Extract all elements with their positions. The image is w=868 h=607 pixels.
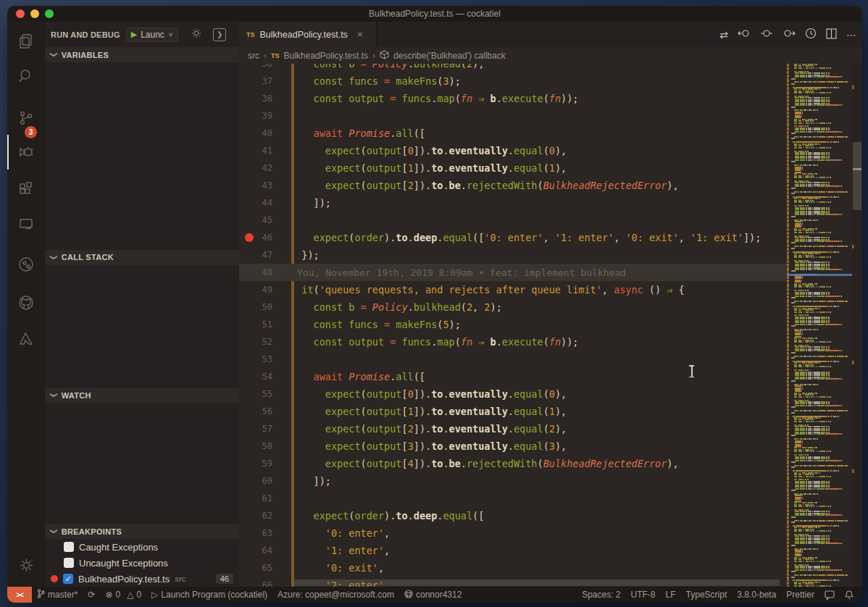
- line-number[interactable]: 36: [239, 64, 284, 69]
- watch-section-header[interactable]: ❯ WATCH: [45, 388, 239, 403]
- line-number[interactable]: 63: [239, 528, 284, 538]
- line-number[interactable]: 45: [239, 215, 284, 225]
- problems-item[interactable]: ⊗0 △0: [100, 590, 146, 600]
- remote-indicator[interactable]: ><: [7, 587, 32, 603]
- code-line-row[interactable]: 52 const output = funcs.map(fn ⇒ b.execu…: [239, 333, 787, 351]
- breakpoint-caught-exceptions[interactable]: Caught Exceptions: [45, 539, 239, 555]
- checkbox-unchecked[interactable]: [64, 558, 74, 568]
- line-number[interactable]: 54: [239, 372, 284, 382]
- line-number[interactable]: 56: [239, 406, 284, 416]
- tab-bulkheadpolicy[interactable]: TS BulkheadPolicy.test.ts ×: [239, 22, 377, 47]
- code-area[interactable]: 36 const b = Policy.bulkhead(2);37 const…: [239, 64, 787, 587]
- next-change-icon[interactable]: [783, 28, 796, 41]
- settings-gear-icon[interactable]: [16, 555, 36, 575]
- variables-section-header[interactable]: ❯ VARIABLES: [45, 47, 239, 62]
- code-line-row[interactable]: 55 expect(output[0]).to.eventually.equal…: [239, 385, 787, 403]
- line-number[interactable]: 59: [239, 459, 284, 469]
- launch-config-dropdown[interactable]: ▶ Launc ∨: [126, 28, 179, 42]
- code-line-row[interactable]: 48You, November 19th, 2019 8:09am • feat…: [239, 264, 787, 281]
- more-actions-icon[interactable]: ⋯: [846, 29, 856, 41]
- extensions-icon[interactable]: [16, 180, 36, 200]
- vertical-scrollbar[interactable]: [852, 64, 862, 587]
- code-line-row[interactable]: 58 expect(output[3]).to.eventually.equal…: [239, 438, 787, 455]
- line-number[interactable]: 49: [239, 285, 284, 295]
- code-line-row[interactable]: 56 expect(output[1]).to.eventually.equal…: [239, 403, 787, 420]
- github-account-item[interactable]: connor4312: [399, 590, 467, 600]
- line-number[interactable]: 57: [239, 424, 284, 434]
- code-line-row[interactable]: 51 const funcs = makeFns(5);: [239, 316, 787, 333]
- code-line-row[interactable]: 40 await Promise.all([: [239, 125, 787, 142]
- live-share-icon[interactable]: [16, 254, 36, 275]
- line-number[interactable]: 40: [239, 128, 284, 138]
- github-icon[interactable]: [16, 293, 36, 313]
- code-line-row[interactable]: 62 expect(order).to.deep.equal([: [239, 507, 787, 524]
- azure-account-item[interactable]: Azure: copeet@microsoft.com: [272, 590, 399, 600]
- code-line-row[interactable]: 63 '0: enter',: [239, 524, 787, 542]
- line-number[interactable]: 55: [239, 389, 284, 399]
- line-number[interactable]: 37: [239, 76, 284, 86]
- line-number[interactable]: 38: [239, 93, 284, 104]
- checkbox-unchecked[interactable]: [64, 542, 74, 552]
- code-line-row[interactable]: 61: [239, 490, 787, 507]
- code-line-row[interactable]: 65 '0: exit',: [239, 559, 787, 577]
- call-stack-section-header[interactable]: ❯ CALL STACK: [45, 250, 239, 265]
- code-line-row[interactable]: 37 const funcs = makeFns(3);: [239, 72, 787, 90]
- launch-item[interactable]: ▷ Launch Program (cockatiel): [146, 590, 272, 600]
- source-control-icon[interactable]: [16, 108, 36, 128]
- line-number[interactable]: 58: [239, 441, 284, 451]
- code-line-row[interactable]: 50 const b = Policy.bulkhead(2, 2);: [239, 298, 787, 316]
- code-line-row[interactable]: 45: [239, 212, 787, 229]
- file-history-icon[interactable]: [805, 28, 817, 41]
- branch-item[interactable]: master*: [32, 589, 83, 600]
- line-number[interactable]: 44: [239, 198, 284, 208]
- breakpoint-file-entry[interactable]: ✓ BulkheadPolicy.test.ts src 46: [45, 571, 239, 587]
- breadcrumb-symbol[interactable]: describe('Bulkhead') callback: [393, 51, 506, 61]
- code-line-row[interactable]: 39: [239, 107, 787, 125]
- code-line-row[interactable]: 53: [239, 351, 787, 368]
- line-number[interactable]: 41: [239, 146, 284, 156]
- bell-icon[interactable]: [840, 590, 862, 600]
- line-number[interactable]: 64: [239, 545, 284, 556]
- code-line-row[interactable]: 47 });: [239, 246, 787, 264]
- remote-explorer-icon[interactable]: [16, 214, 36, 235]
- debug-settings-gear-icon[interactable]: [190, 27, 203, 42]
- language-item[interactable]: TypeScript: [681, 590, 733, 600]
- sync-icon[interactable]: ⟳: [83, 590, 100, 600]
- line-number[interactable]: 47: [239, 250, 284, 260]
- line-number[interactable]: 48: [239, 267, 284, 277]
- indentation-item[interactable]: Spaces: 2: [577, 590, 625, 600]
- breadcrumb-root[interactable]: src: [248, 51, 259, 61]
- code-line-row[interactable]: 54 await Promise.all([: [239, 368, 787, 385]
- encoding-item[interactable]: UTF-8: [626, 590, 661, 600]
- feedback-icon[interactable]: [819, 590, 840, 600]
- tab-close-icon[interactable]: ×: [357, 29, 363, 40]
- breadcrumb-file[interactable]: BulkheadPolicy.test.ts: [284, 51, 369, 61]
- code-line-row[interactable]: 57 expect(output[2]).to.eventually.equal…: [239, 420, 787, 438]
- line-number[interactable]: 51: [239, 319, 284, 330]
- line-number[interactable]: 60: [239, 476, 284, 486]
- split-editor-icon[interactable]: [826, 28, 837, 41]
- line-number[interactable]: 43: [239, 180, 284, 191]
- eol-item[interactable]: LF: [661, 590, 681, 600]
- line-number[interactable]: 42: [239, 163, 284, 173]
- search-icon[interactable]: [16, 66, 36, 86]
- code-line-row[interactable]: 59 expect(output[4]).to.be.rejectedWith(…: [239, 455, 787, 472]
- line-number[interactable]: 52: [239, 337, 284, 347]
- start-debug-icon[interactable]: ▶: [131, 30, 137, 39]
- version-item[interactable]: 3.8.0-beta: [732, 590, 781, 600]
- azure-icon[interactable]: [16, 329, 36, 349]
- breakpoints-section-header[interactable]: ❯ BREAKPOINTS: [45, 524, 239, 539]
- code-line-row[interactable]: 38 const output = funcs.map(fn ⇒ b.execu…: [239, 90, 787, 107]
- code-line-row[interactable]: 43 expect(output[2]).to.be.rejectedWith(…: [239, 177, 787, 194]
- line-number[interactable]: 39: [239, 111, 284, 121]
- checkbox-checked[interactable]: ✓: [63, 574, 73, 584]
- code-line-row[interactable]: 64 '1: enter',: [239, 542, 787, 559]
- line-number[interactable]: 61: [239, 493, 284, 503]
- breakpoint-dot-icon[interactable]: [245, 233, 254, 242]
- previous-change-icon[interactable]: [738, 28, 751, 41]
- code-line-row[interactable]: 42 expect(output[1]).to.eventually.equal…: [239, 159, 787, 177]
- line-number[interactable]: 65: [239, 563, 284, 573]
- formatter-item[interactable]: Prettier: [781, 590, 819, 600]
- current-change-icon[interactable]: [760, 28, 773, 41]
- line-number[interactable]: 50: [239, 302, 284, 312]
